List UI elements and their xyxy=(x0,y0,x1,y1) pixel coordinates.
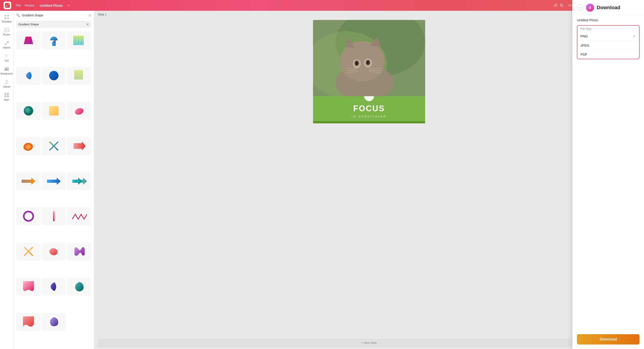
shape-x-orange[interactable] xyxy=(16,242,40,260)
shape-crescent[interactable] xyxy=(16,66,40,84)
svg-rect-9 xyxy=(5,43,6,45)
svg-rect-5 xyxy=(4,18,6,19)
download-action-button[interactable]: Download xyxy=(577,334,640,344)
shape-crescent-purple[interactable] xyxy=(42,278,66,296)
shape-arrow-pink[interactable] xyxy=(67,137,91,155)
png-check-icon: ✓ xyxy=(633,34,636,38)
shape-arrow-blue[interactable] xyxy=(42,172,66,190)
shape-circle-teal[interactable] xyxy=(16,102,40,120)
svg-rect-31 xyxy=(79,70,80,80)
shape-zigzag-pink[interactable] xyxy=(67,207,91,225)
slide-canvas-wrapper: ❝ FOCUS is underrated xyxy=(94,18,644,337)
slide-bottom: ❝ FOCUS is underrated xyxy=(313,96,425,121)
download-panel-icon: ⬇ xyxy=(586,4,594,12)
slide-sub-text: is underrated xyxy=(318,114,421,118)
shape-x-cross[interactable] xyxy=(42,137,66,155)
file-menu[interactable]: File xyxy=(16,4,21,7)
slide-main-text: FOCUS xyxy=(318,104,421,113)
shape-rect-peach[interactable] xyxy=(42,102,66,120)
svg-rect-20 xyxy=(75,36,76,45)
svg-rect-22 xyxy=(78,36,79,45)
search-input[interactable] xyxy=(22,14,87,17)
svg-text:c: c xyxy=(6,4,8,8)
file-type-png[interactable]: PNG ✓ xyxy=(578,32,639,41)
panel-back-button[interactable]: ‹ xyxy=(577,4,583,11)
shape-blob-orange[interactable] xyxy=(16,137,40,155)
jpeg-label: JPEG xyxy=(580,44,589,47)
svg-rect-17 xyxy=(7,95,9,97)
file-type-label: File Type xyxy=(578,26,639,32)
search-icon: 🔍 xyxy=(16,14,20,17)
svg-point-37 xyxy=(74,107,84,116)
shape-stripes[interactable] xyxy=(67,32,91,49)
file-type-pdf[interactable]: PDF xyxy=(578,50,639,59)
sidebar-item-templates[interactable]: Templates xyxy=(1,12,12,25)
svg-point-44 xyxy=(24,212,33,221)
app-logo: c xyxy=(4,2,11,9)
sidebar-item-apps[interactable]: Apps xyxy=(1,90,12,103)
new-slide-button[interactable]: + New Slide xyxy=(98,338,640,347)
shape-circle-yellow-stripes[interactable] xyxy=(67,66,91,84)
doc-name-label: Untitled Photo xyxy=(577,18,640,22)
sidebar-item-photos[interactable]: Photos xyxy=(1,26,12,38)
filter-icon[interactable]: ⊟ xyxy=(88,14,91,17)
resize-menu[interactable]: Resize xyxy=(25,4,34,7)
tag-label: Gradient Shape xyxy=(18,23,39,26)
shape-circle-blue[interactable] xyxy=(42,66,66,84)
shape-ring-purple[interactable] xyxy=(16,207,40,225)
svg-rect-32 xyxy=(80,70,80,80)
topbar: c File Resize Untitled Photo ✏ ↺ ↻ All C… xyxy=(0,0,644,11)
shape-wave-bottom[interactable] xyxy=(16,313,40,331)
sidebar-item-background[interactable]: BG Background xyxy=(1,64,12,77)
shape-blob-pink[interactable] xyxy=(67,102,91,120)
apps-icon xyxy=(4,92,10,98)
sidebar-item-upload[interactable]: Upload xyxy=(1,78,12,90)
back-chevron-icon: ‹ xyxy=(580,6,580,9)
shape-blob-teal2[interactable] xyxy=(67,278,91,296)
doc-title: Untitled Photo xyxy=(40,4,62,8)
shape-blob-red[interactable] xyxy=(42,242,66,260)
search-bar: 🔍 ⊟ xyxy=(14,11,94,19)
shape-wave-purple[interactable] xyxy=(67,242,91,260)
pdf-label: PDF xyxy=(580,52,587,56)
close-tag-button[interactable]: ✕ xyxy=(86,22,89,26)
svg-point-35 xyxy=(24,106,33,116)
svg-marker-18 xyxy=(24,36,33,44)
slide-header: Slide 1 ⌃ ⌄ ⧉ xyxy=(94,11,644,18)
slide-canvas[interactable]: ❝ FOCUS is underrated xyxy=(313,20,425,123)
svg-rect-19 xyxy=(74,36,74,45)
svg-rect-15 xyxy=(7,93,9,95)
upload-icon xyxy=(4,80,10,85)
svg-text:T: T xyxy=(5,54,8,58)
sidebar-item-text[interactable]: T Text xyxy=(1,52,12,64)
download-icon-symbol: ⬇ xyxy=(588,6,592,10)
shape-double-arrow-teal[interactable] xyxy=(67,172,91,190)
svg-rect-21 xyxy=(76,36,77,45)
svg-rect-3 xyxy=(4,15,6,16)
photos-icon xyxy=(4,27,10,33)
shape-line-pink[interactable] xyxy=(42,207,66,225)
file-type-jpeg[interactable]: JPEG xyxy=(578,41,639,50)
edit-title-icon[interactable]: ✏ xyxy=(67,4,70,7)
shape-blob-purple2[interactable] xyxy=(42,313,66,331)
download-panel-header: ‹ ⬇ Download xyxy=(572,0,644,14)
svg-text:BG: BG xyxy=(5,69,8,71)
shape-wave-pink-rect[interactable] xyxy=(16,278,40,296)
svg-marker-40 xyxy=(22,178,35,185)
redo-icon[interactable]: ↻ xyxy=(560,3,564,8)
svg-rect-28 xyxy=(75,70,76,80)
svg-rect-6 xyxy=(7,18,9,19)
slide-label: Slide 1 xyxy=(98,13,107,16)
svg-rect-27 xyxy=(74,70,75,80)
left-sidebar: Templates Photos Objects xyxy=(0,11,14,349)
slide-green-bar xyxy=(313,121,425,123)
download-panel-body: Untitled Photo File Type PNG ✓ JPEG PDF xyxy=(572,14,644,334)
svg-point-38 xyxy=(23,142,33,152)
shape-semicircle[interactable] xyxy=(42,32,66,49)
svg-rect-34 xyxy=(82,70,83,80)
sidebar-item-objects[interactable]: Objects xyxy=(1,38,12,51)
svg-rect-30 xyxy=(78,70,78,80)
undo-icon[interactable]: ↺ xyxy=(554,3,557,8)
shape-arrow-bronze[interactable] xyxy=(16,172,40,190)
shape-trapezoid[interactable] xyxy=(16,32,40,49)
